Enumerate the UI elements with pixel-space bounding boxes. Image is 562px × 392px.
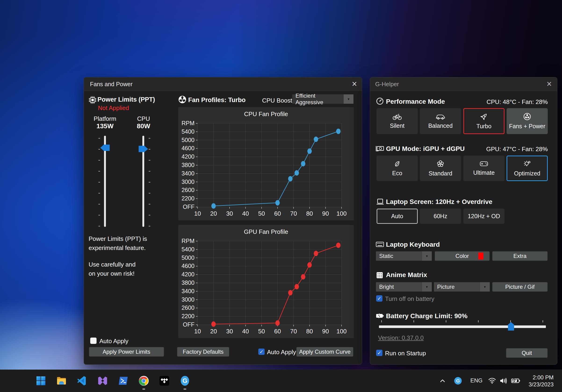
- power-limits-status: Not Applied: [98, 104, 129, 112]
- gpu-mode-optimized-button[interactable]: Optimized: [507, 156, 548, 181]
- cpu-value: 80W: [125, 123, 162, 130]
- volume-icon[interactable]: [499, 377, 510, 388]
- fans-window-titlebar[interactable]: Fans and Power ×: [84, 77, 362, 91]
- svg-text:CPU Fan Profile: CPU Fan Profile: [244, 111, 288, 118]
- screen-60hz-button[interactable]: 60Hz: [420, 209, 461, 224]
- chevron-down-icon[interactable]: ▼: [343, 94, 353, 104]
- anime-mode-dropdown[interactable]: Picture ▼: [434, 282, 490, 291]
- picture-gif-button[interactable]: Picture / Gif: [492, 282, 548, 291]
- keyboard-mode-dropdown[interactable]: Static ▼: [376, 251, 432, 261]
- wifi-icon[interactable]: [488, 377, 499, 388]
- slider-tick: [98, 138, 100, 138]
- anime-battery-checkbox[interactable]: ✓: [376, 295, 383, 302]
- screen-auto-button[interactable]: Auto: [377, 209, 418, 224]
- chrome-icon[interactable]: [138, 375, 149, 386]
- start-icon[interactable]: [35, 375, 46, 386]
- cpu-power-slider-thumb[interactable]: [139, 146, 148, 152]
- slider-tick: [149, 204, 150, 204]
- version-link[interactable]: Version: 0.37.0.0: [378, 334, 424, 342]
- apply-custom-curve-button[interactable]: Apply Custom Curve: [296, 347, 353, 357]
- svg-text:OFF: OFF: [183, 203, 195, 210]
- battery-charge-slider-thumb[interactable]: [508, 322, 514, 331]
- chevron-down-icon[interactable]: ▼: [422, 251, 432, 261]
- tidal-icon[interactable]: [159, 375, 170, 386]
- power-auto-apply-checkbox[interactable]: [90, 337, 96, 344]
- leaf-icon: [393, 160, 401, 168]
- keyboard-color-button[interactable]: Color: [435, 251, 490, 261]
- fans-power-button[interactable]: Fans + Power: [507, 108, 548, 134]
- svg-text:30: 30: [226, 210, 233, 217]
- chip-icon: [89, 96, 96, 104]
- perf-mode-silent-button[interactable]: Silent: [377, 108, 418, 134]
- perf-mode-balanced-button[interactable]: Balanced: [420, 108, 461, 134]
- keyboard-extra-button[interactable]: Extra: [492, 251, 548, 261]
- cpu-temp-fan-status: CPU: 48°C - Fan: 28%: [487, 98, 548, 106]
- ghelper-titlebar[interactable]: G-Helper ×: [370, 77, 557, 91]
- cpu-fan-chart-panel[interactable]: 102030405060708090100RPM5400500046004200…: [178, 107, 354, 220]
- battery-charging-icon[interactable]: [511, 378, 522, 388]
- gpu-mode-eco-button[interactable]: Eco: [377, 156, 418, 181]
- keyboard-extra-label: Extra: [513, 253, 527, 259]
- g-helper-window: G-Helper × Performance Mode CPU: 48°C - …: [370, 77, 557, 365]
- perf-mode-turbo-button[interactable]: Turbo: [463, 108, 504, 134]
- tray-clock[interactable]: 2:00 PM 3/23/2023: [528, 374, 554, 388]
- close-icon[interactable]: ×: [544, 79, 554, 89]
- cpu-label: CPU: [125, 115, 162, 123]
- curve-auto-apply-label: Auto Apply: [267, 348, 296, 356]
- gpu-mode-ultimate-button[interactable]: Ultimate: [463, 156, 504, 181]
- slider-tick: [149, 138, 150, 138]
- power-limits-header: Power Limits (PPT): [97, 96, 155, 103]
- svg-text:4200: 4200: [181, 153, 195, 160]
- platform-power-slider-thumb[interactable]: [100, 145, 110, 151]
- close-icon[interactable]: ×: [349, 79, 360, 89]
- cpu-fan-chart[interactable]: 102030405060708090100RPM5400500046004200…: [178, 107, 354, 220]
- battery-charge-slider[interactable]: [379, 325, 546, 328]
- svg-text:3800: 3800: [181, 280, 195, 286]
- ghelper-window-title: G-Helper: [375, 81, 399, 88]
- file-explorer-icon[interactable]: [56, 375, 67, 386]
- chevron-down-icon[interactable]: ▼: [422, 282, 432, 291]
- quit-button[interactable]: Quit: [506, 348, 548, 358]
- fans-power-label: Fans + Power: [509, 123, 545, 130]
- battery-tick: [381, 320, 382, 322]
- bicycle-icon: [393, 113, 402, 120]
- svg-text:70: 70: [290, 210, 297, 217]
- slider-tick: [98, 215, 100, 215]
- gpu-fan-chart-panel[interactable]: 102030405060708090100RPM5400500046004200…: [178, 225, 354, 338]
- power-auto-apply-label: Auto Apply: [99, 337, 128, 345]
- flower-icon: [436, 160, 445, 168]
- chevron-down-icon[interactable]: ▼: [480, 282, 490, 291]
- tray-ghelper-icon[interactable]: G: [454, 377, 465, 388]
- visual-studio-icon[interactable]: [97, 375, 108, 386]
- anime-brightness-dropdown[interactable]: Bright ▼: [376, 282, 432, 291]
- run-on-startup-checkbox[interactable]: ✓: [376, 350, 383, 356]
- screen-auto-label: Auto: [391, 213, 403, 220]
- svg-text:5400: 5400: [181, 128, 195, 135]
- matrix-grid-icon: [376, 272, 383, 279]
- tray-language[interactable]: ENG: [470, 377, 482, 384]
- cpu-boost-dropdown[interactable]: Efficient Aggressive ▼: [292, 94, 353, 104]
- ghelper-taskbar-icon[interactable]: G: [179, 375, 190, 386]
- keyboard-mode-value: Static: [376, 253, 422, 259]
- curve-auto-apply-checkbox[interactable]: ✓: [258, 348, 265, 355]
- slider-tick: [98, 193, 100, 193]
- color-swatch: [478, 253, 483, 259]
- fans-and-power-window: Fans and Power × Power Limits (PPT) Not …: [84, 77, 362, 365]
- screen-120hz-od-button[interactable]: 120Hz + OD: [463, 209, 504, 224]
- gpu-mode-standard-button[interactable]: Standard: [420, 156, 461, 181]
- anime-matrix-header: Anime Matrix: [386, 271, 427, 279]
- gpu-fan-chart[interactable]: 102030405060708090100RPM5400500046004200…: [178, 225, 354, 338]
- picture-gif-label: Picture / Gif: [505, 284, 534, 290]
- factory-defaults-button[interactable]: Factory Defaults: [177, 347, 229, 357]
- apply-power-limits-button[interactable]: Apply Power Limits: [89, 347, 164, 357]
- desktop: Fans and Power × Power Limits (PPT) Not …: [0, 0, 562, 392]
- powershell-icon[interactable]: [118, 375, 129, 386]
- chrome-running-indicator: [142, 389, 145, 390]
- gpu-card-icon: [376, 145, 384, 152]
- battery-tick: [478, 320, 479, 322]
- vscode-icon[interactable]: [77, 375, 87, 386]
- battery-bolt-icon: [376, 313, 384, 319]
- svg-text:60: 60: [274, 210, 281, 217]
- svg-text:80: 80: [306, 328, 313, 335]
- tray-chevron-up-icon[interactable]: [439, 377, 450, 388]
